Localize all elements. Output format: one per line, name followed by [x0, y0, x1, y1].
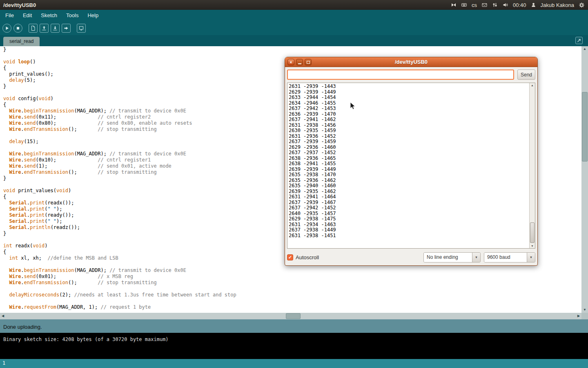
- serial-scroll-up-icon[interactable]: ▲: [530, 83, 535, 88]
- network-transfer-icon[interactable]: [492, 2, 498, 8]
- send-button[interactable]: Send: [517, 70, 535, 80]
- serial-output-line: 2634 -2946 -1455: [289, 101, 529, 106]
- stop-icon: [15, 25, 21, 31]
- serial-output-line: 2637 -2938 -1449: [289, 227, 529, 233]
- tab-serial-read[interactable]: serial_read: [3, 37, 40, 46]
- serial-output-line: 2637 -2939 -1459: [289, 139, 529, 145]
- serial-monitor-button[interactable]: [77, 24, 86, 33]
- serial-scroll-down-icon[interactable]: ▼: [530, 244, 535, 248]
- new-tab-arrow-icon: [577, 38, 581, 43]
- code-line: }: [3, 47, 581, 53]
- baud-rate-value: 9600 baud: [484, 253, 527, 262]
- line-ending-dropdown[interactable]: No line ending ▾: [423, 252, 481, 263]
- serial-output-line: 2637 -2937 -1452: [289, 150, 529, 156]
- play-icon: [4, 25, 10, 31]
- user-icon[interactable]: [531, 2, 536, 8]
- scroll-left-icon[interactable]: ◀: [0, 313, 6, 319]
- open-sketch-button[interactable]: [40, 24, 49, 33]
- serial-output-line: 2631 -2938 -1456: [289, 123, 529, 128]
- current-line-number: 1: [2, 360, 5, 366]
- serial-output-line: 2631 -2938 -1451: [289, 233, 529, 239]
- menu-sketch[interactable]: Sketch: [36, 10, 62, 21]
- chevron-down-icon[interactable]: ▾: [527, 253, 535, 262]
- menu-edit[interactable]: Edit: [18, 10, 36, 21]
- baud-rate-dropdown[interactable]: 9600 baud ▾: [484, 252, 535, 263]
- serial-input-row: Send: [287, 70, 535, 80]
- serial-input[interactable]: [287, 70, 514, 80]
- session-gear-icon[interactable]: [579, 2, 585, 8]
- tab-menu-button[interactable]: [575, 37, 583, 44]
- volume-icon[interactable]: [502, 2, 508, 8]
- tabbar: serial_read: [0, 35, 588, 46]
- status-bar: Done uploading.: [0, 319, 588, 333]
- save-icon: [52, 25, 58, 31]
- serial-output-line: 2636 -2939 -1470: [289, 112, 529, 117]
- new-sketch-button[interactable]: [29, 24, 38, 33]
- user-name[interactable]: Jakub Kakona: [541, 2, 574, 8]
- serial-dropdowns: No line ending ▾ 9600 baud ▾: [423, 252, 535, 263]
- serial-output-area[interactable]: 2631 -2939 -14432629 -2939 -14492633 -29…: [287, 83, 535, 249]
- upload-icon: [63, 25, 69, 31]
- serial-output-line: 2639 -2935 -1462: [289, 189, 529, 195]
- indicator-icon[interactable]: [451, 2, 457, 8]
- serial-output-line: 2631 -2936 -1452: [289, 134, 529, 139]
- mail-icon[interactable]: [481, 2, 488, 8]
- autoscroll-checkbox[interactable]: ✓: [287, 254, 293, 260]
- serial-output-line: 2639 -2939 -1449: [289, 167, 529, 173]
- serial-output-line: 2635 -2938 -1470: [289, 172, 529, 178]
- serial-output-line: 2638 -2936 -1465: [289, 156, 529, 162]
- menu-file[interactable]: File: [1, 10, 18, 21]
- code-line: Wire.requestFrom(MAG_ADDR, 1); // reques…: [3, 304, 581, 310]
- scroll-right-icon[interactable]: ▶: [576, 313, 581, 319]
- open-icon: [41, 25, 47, 31]
- screen: /dev/ttyUSB0 cs 00:40 Jakub Kakona: [0, 0, 588, 368]
- autoscroll-label: Autoscroll: [296, 254, 319, 260]
- serial-output-line: 2635 -2940 -1460: [289, 183, 529, 189]
- code-line: [3, 286, 581, 292]
- scroll-up-icon[interactable]: ▲: [581, 46, 588, 52]
- code-line: Wire.endTransmission(); // stop transmit…: [3, 280, 581, 286]
- save-sketch-button[interactable]: [51, 24, 60, 33]
- serial-output-line: 2631 -2934 -1463: [289, 222, 529, 228]
- autoscroll-control[interactable]: ✓ Autoscroll: [287, 254, 319, 260]
- serial-monitor-titlebar[interactable]: × /dev/ttyUSB0: [285, 57, 537, 67]
- scroll-down-icon[interactable]: ▼: [581, 307, 588, 313]
- upload-button[interactable]: [62, 24, 71, 33]
- serial-monitor-body: Send 2631 -2939 -14432629 -2939 -1449263…: [285, 67, 537, 263]
- window-title: /dev/ttyUSB0: [3, 2, 36, 8]
- serial-output-line: 2630 -2935 -1459: [289, 128, 529, 134]
- serial-output-line: 2633 -2944 -1454: [289, 95, 529, 101]
- keyboard-layout-label[interactable]: cs: [472, 2, 477, 8]
- serial-monitor-title: /dev/ttyUSB0: [285, 57, 537, 67]
- serial-scrollbar[interactable]: ▲ ▼: [529, 83, 535, 248]
- vertical-scroll-thumb[interactable]: [582, 92, 588, 162]
- line-number-bar: 1: [0, 359, 588, 368]
- menu-tools[interactable]: Tools: [62, 10, 83, 21]
- keyboard-icon[interactable]: [461, 2, 467, 8]
- serial-output-line: 2629 -2939 -1449: [289, 90, 529, 95]
- new-file-icon: [30, 25, 36, 31]
- stop-button[interactable]: [13, 24, 22, 33]
- editor-vertical-scrollbar[interactable]: ▲ ▼: [581, 46, 588, 313]
- chevron-down-icon[interactable]: ▾: [472, 253, 480, 262]
- serial-output-line: 2637 -2942 -1453: [289, 106, 529, 112]
- menubar: File Edit Sketch Tools Help: [0, 10, 588, 21]
- serial-scroll-thumb[interactable]: [530, 222, 535, 243]
- mouse-cursor: [350, 102, 356, 112]
- verify-button[interactable]: [2, 24, 11, 33]
- code-line: Wire.beginTransmission(MAG_ADDR); // tra…: [3, 267, 581, 274]
- code-line: delayMicroseconds(2); //needs at least 1…: [3, 292, 581, 298]
- line-ending-value: No line ending: [424, 253, 472, 262]
- menu-help[interactable]: Help: [83, 10, 103, 21]
- serial-output: 2631 -2939 -14432629 -2939 -14492633 -29…: [287, 83, 529, 248]
- status-message: Done uploading.: [3, 324, 42, 330]
- toolbar: [0, 21, 588, 35]
- code-line: [3, 298, 581, 304]
- editor-horizontal-scrollbar[interactable]: ◀ ▶: [0, 313, 581, 319]
- horizontal-scroll-thumb[interactable]: [286, 313, 301, 319]
- console-output: Binary sketch size: 4208 bytes (of a 307…: [0, 333, 588, 359]
- serial-output-line: 2638 -2941 -1455: [289, 161, 529, 167]
- clock[interactable]: 00:40: [513, 2, 526, 8]
- serial-monitor-icon: [78, 25, 84, 31]
- serial-output-line: 2637 -2941 -1462: [289, 117, 529, 123]
